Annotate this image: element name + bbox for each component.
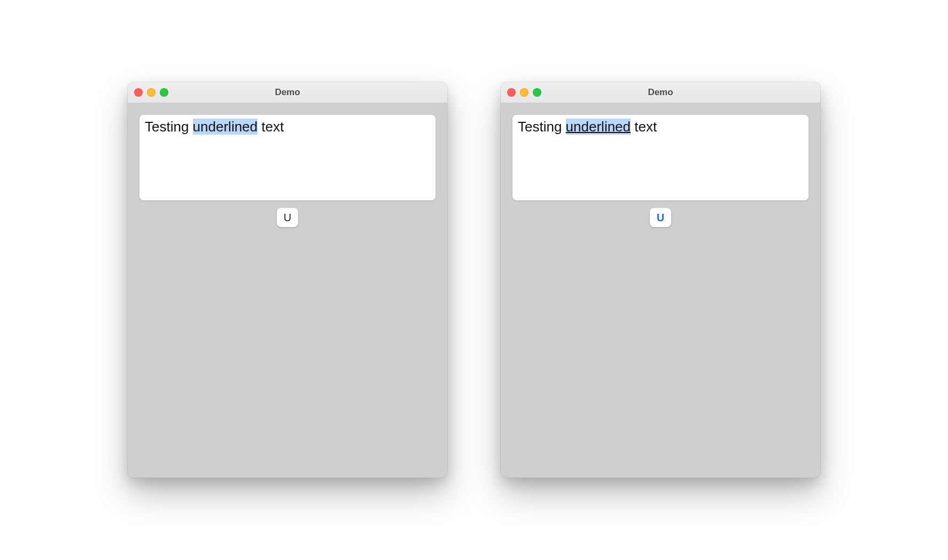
window-title: Demo bbox=[275, 87, 300, 98]
traffic-lights bbox=[134, 82, 168, 103]
traffic-lights bbox=[507, 82, 541, 103]
text-before-selection: Testing bbox=[145, 119, 193, 135]
window-body: Testing underlined text U bbox=[128, 103, 447, 478]
rich-text-input[interactable]: Testing underlined text bbox=[512, 115, 809, 200]
demo-window-before: Demo Testing underlined text U bbox=[128, 82, 447, 478]
comparison-stage: Demo Testing underlined text U Demo Test… bbox=[0, 0, 948, 560]
rich-text-input[interactable]: Testing underlined text bbox=[139, 115, 436, 200]
text-after-selection: text bbox=[258, 119, 284, 135]
selected-text: underlined bbox=[566, 119, 631, 135]
close-icon[interactable] bbox=[507, 88, 516, 97]
text-after-selection: text bbox=[631, 119, 657, 135]
text-before-selection: Testing bbox=[518, 119, 566, 135]
minimize-icon[interactable] bbox=[147, 88, 156, 97]
minimize-icon[interactable] bbox=[520, 88, 529, 97]
demo-window-after: Demo Testing underlined text U bbox=[501, 82, 820, 478]
window-body: Testing underlined text U bbox=[501, 103, 820, 478]
window-title: Demo bbox=[648, 87, 673, 98]
close-icon[interactable] bbox=[134, 88, 143, 97]
underline-button[interactable]: U bbox=[650, 208, 671, 227]
titlebar[interactable]: Demo bbox=[501, 82, 820, 103]
titlebar[interactable]: Demo bbox=[128, 82, 447, 103]
selected-text: underlined bbox=[193, 119, 258, 135]
zoom-icon[interactable] bbox=[160, 88, 168, 97]
zoom-icon[interactable] bbox=[533, 88, 541, 97]
underline-button[interactable]: U bbox=[277, 208, 298, 227]
